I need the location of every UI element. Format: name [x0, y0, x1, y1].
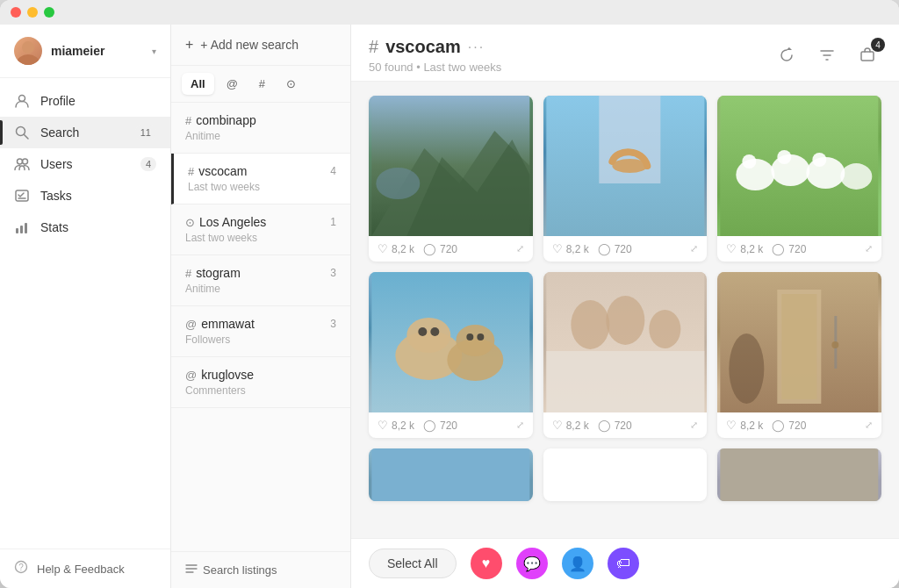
- at-icon: @: [185, 318, 197, 331]
- grid-item-2[interactable]: ♡ 8,2 k ◯ 720 ⤢: [717, 96, 881, 262]
- username: miameier: [51, 44, 143, 58]
- main-content: # vscocam ··· 50 found • Last two weeks: [351, 25, 899, 588]
- expand-button-1[interactable]: ⤢: [690, 243, 698, 255]
- help-icon: ?: [14, 560, 28, 577]
- minimize-dot[interactable]: [27, 7, 38, 18]
- svg-point-51: [832, 341, 839, 348]
- sidebar-item-label-profile: Profile: [40, 94, 156, 108]
- expand-button-0[interactable]: ⤢: [516, 243, 524, 255]
- filter-button[interactable]: [813, 41, 841, 69]
- svg-rect-43: [546, 351, 704, 412]
- grid-item-6[interactable]: [369, 448, 533, 501]
- search-item-stogram[interactable]: # stogram 3 Anitime: [171, 255, 350, 306]
- tasks-icon: [14, 188, 30, 204]
- grid-item-4[interactable]: ♡ 8,2 k ◯ 720 ⤢: [543, 272, 708, 438]
- user-header[interactable]: miameier ▾: [0, 25, 170, 78]
- comments-count-0: 720: [440, 243, 457, 255]
- search-panel-header: + + Add new search: [171, 25, 350, 66]
- add-search-label: + Add new search: [200, 38, 298, 52]
- search-item-name: vscocam: [198, 164, 247, 178]
- search-badge: 11: [135, 125, 156, 140]
- search-item-emmawat[interactable]: @ emmawat 3 Followers: [171, 306, 350, 357]
- filter-tab-hash[interactable]: #: [250, 73, 274, 95]
- comments-stat-1: ◯ 720: [598, 242, 632, 255]
- plus-icon: +: [185, 37, 193, 53]
- tag-action-button[interactable]: 🏷: [608, 548, 639, 579]
- help-label: Help & Feedback: [37, 563, 125, 576]
- svg-point-39: [430, 327, 439, 336]
- comments-count-2: 720: [788, 243, 806, 255]
- search-item-losangeles[interactable]: ⊙ Los Angeles 1 Last two weeks: [171, 204, 350, 255]
- sidebar-item-tasks[interactable]: Tasks: [0, 180, 170, 212]
- filter-tab-location[interactable]: ⊙: [277, 73, 305, 95]
- search-item-vscocam[interactable]: # vscocam 4 Last two weeks: [171, 154, 350, 204]
- comment-icon: ◯: [423, 419, 436, 432]
- search-item-count: 3: [330, 267, 336, 279]
- expand-button-5[interactable]: ⤢: [865, 419, 873, 431]
- likes-stat-0: ♡ 8,2 k: [378, 242, 414, 255]
- grid-item-0[interactable]: ♡ 8,2 k ◯ 720 ⤢: [369, 96, 533, 262]
- svg-point-6: [23, 159, 28, 164]
- sidebar: miameier ▾ Profile: [0, 25, 171, 588]
- search-item-name: combinapp: [196, 113, 256, 127]
- filter-tab-all[interactable]: All: [182, 73, 214, 95]
- search-item-count: 3: [330, 318, 336, 330]
- likes-count-0: 8,2 k: [392, 243, 414, 255]
- refresh-button[interactable]: [773, 41, 801, 69]
- svg-point-29: [841, 163, 873, 190]
- sidebar-item-search[interactable]: Search 11: [0, 117, 170, 148]
- grid-image-3: [369, 272, 533, 412]
- svg-point-52: [730, 333, 765, 404]
- more-options-button[interactable]: ···: [468, 39, 485, 55]
- app-body: miameier ▾ Profile: [0, 25, 899, 588]
- comment-action-button[interactable]: 💬: [516, 548, 548, 579]
- help-item[interactable]: ? Help & Feedback: [14, 560, 156, 577]
- svg-point-30: [743, 154, 757, 169]
- comments-stat-3: ◯ 720: [423, 419, 457, 432]
- maximize-dot[interactable]: [44, 7, 54, 18]
- search-listings-button[interactable]: Search listings: [185, 563, 277, 577]
- svg-line-4: [25, 135, 29, 140]
- comments-count-3: 720: [440, 419, 457, 432]
- svg-point-5: [18, 159, 23, 164]
- grid-item-1[interactable]: ♡ 8,2 k ◯ 720 ⤢: [543, 96, 708, 262]
- likes-stat-1: ♡ 8,2 k: [552, 242, 589, 255]
- search-panel: + + Add new search All @ # ⊙: [171, 25, 351, 588]
- search-item-header: # vscocam 4: [188, 164, 336, 178]
- grid-image-5: [717, 272, 881, 412]
- grid-item-5[interactable]: ♡ 8,2 k ◯ 720 ⤢: [717, 272, 881, 438]
- search-item-count: 1: [330, 216, 336, 228]
- expand-button-4[interactable]: ⤢: [690, 419, 698, 431]
- comment-icon: ◯: [598, 419, 611, 432]
- expand-button-3[interactable]: ⤢: [516, 419, 524, 431]
- search-item-kruglovse[interactable]: @ kruglovse Commenters: [171, 357, 350, 408]
- heart-action-button[interactable]: ♥: [471, 548, 502, 579]
- cart-button[interactable]: 4: [853, 41, 881, 69]
- select-all-button[interactable]: Select All: [369, 549, 457, 578]
- comment-action-icon: 💬: [523, 556, 541, 572]
- expand-button-2[interactable]: ⤢: [865, 243, 873, 255]
- search-item-combinapp[interactable]: # combinapp Anitime: [171, 103, 350, 154]
- grid-item-footer-0: ♡ 8,2 k ◯ 720 ⤢: [369, 236, 533, 262]
- app-window: miameier ▾ Profile: [0, 0, 899, 588]
- close-dot[interactable]: [11, 7, 21, 18]
- sidebar-item-label-search: Search: [40, 125, 125, 140]
- bottom-bar: Select All ♥ 💬 👤 🏷: [351, 538, 899, 588]
- hash-icon: #: [188, 165, 194, 178]
- grid-item-3[interactable]: ♡ 8,2 k ◯ 720 ⤢: [369, 272, 533, 438]
- grid-item-footer-4: ♡ 8,2 k ◯ 720 ⤢: [543, 412, 708, 438]
- user-action-button[interactable]: 👤: [562, 548, 593, 579]
- sidebar-item-users[interactable]: Users 4: [0, 148, 170, 180]
- comment-icon: ◯: [598, 242, 611, 255]
- search-item-header: # combinapp: [185, 113, 336, 127]
- sidebar-item-profile[interactable]: Profile: [0, 85, 170, 117]
- sidebar-item-stats[interactable]: Stats: [0, 212, 170, 243]
- grid-item-footer-5: ♡ 8,2 k ◯ 720 ⤢: [717, 412, 881, 438]
- grid-item-8[interactable]: [717, 448, 881, 501]
- search-item-sub: Anitime: [185, 130, 336, 142]
- comment-icon: ◯: [772, 419, 785, 432]
- filter-tab-at[interactable]: @: [218, 73, 247, 95]
- search-item-header: @ emmawat 3: [185, 317, 336, 331]
- image-grid: ♡ 8,2 k ◯ 720 ⤢: [369, 96, 881, 501]
- add-search-button[interactable]: + + Add new search: [185, 37, 336, 53]
